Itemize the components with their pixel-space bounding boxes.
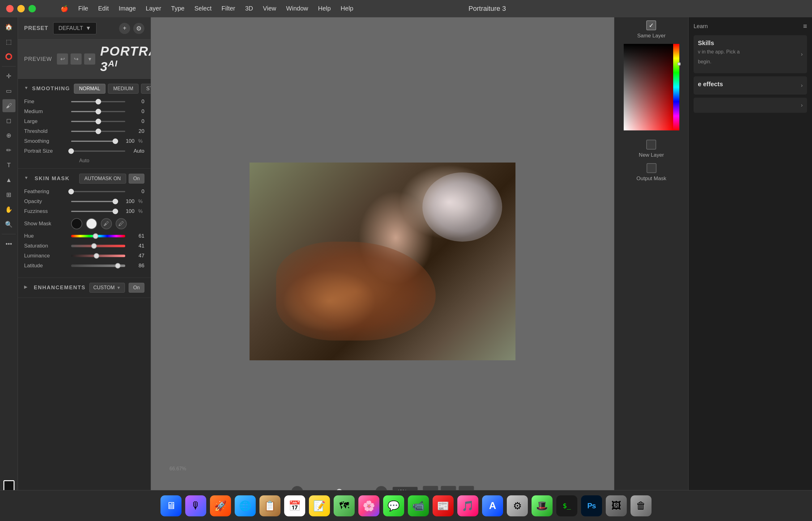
skin-mask-on-badge[interactable]: On [129,174,145,184]
medium-slider[interactable] [71,111,125,112]
dock-photo-thumb[interactable]: 🖼 [605,494,628,517]
dock-photoshop[interactable]: Ps [580,494,603,517]
dock-photos[interactable]: 🌸 [357,494,380,517]
maximize-button[interactable] [28,5,36,13]
output-mask-checkbox[interactable] [646,163,656,173]
fine-slider[interactable] [71,101,125,102]
eraser-tool[interactable]: ◻ [2,114,16,127]
enhancements-toggle[interactable]: ▶ [24,284,30,291]
smoothing-slider[interactable] [71,141,115,142]
pen-tool[interactable]: ✏ [2,144,16,157]
dock-messages[interactable]: 💬 [382,494,405,517]
menu-select[interactable]: Filter [221,5,235,13]
lasso-tool[interactable]: ⭕ [2,50,16,63]
menu-type[interactable]: Select [195,5,212,13]
feathering-slider[interactable] [71,191,125,192]
select-tool[interactable]: ⬚ [2,35,16,48]
dock-calendar[interactable]: 📅 [283,494,306,517]
home-tool[interactable]: 🏠 [2,20,16,33]
mask-eyedrop-plus-button[interactable]: 🖊 [116,218,127,229]
luminance-slider[interactable] [71,255,125,257]
menu-edit[interactable]: Image [119,5,136,13]
menu-apple[interactable]: 🍎 [61,5,68,13]
menu-file[interactable]: Edit [98,5,109,13]
menu-layer[interactable]: Type [171,5,184,13]
brush-tool[interactable]: 🖌 [2,99,16,112]
portrait-size-slider[interactable] [71,151,125,152]
dock-appstore[interactable]: A [481,494,504,517]
dock-notefile[interactable]: 📋 [259,494,281,517]
automask-button[interactable]: AUTOMASK ON [79,174,126,184]
smoothing-toggle[interactable]: ▼ [24,85,28,92]
clone-tool[interactable]: ⊕ [2,129,16,142]
mask-black-button[interactable] [71,218,82,229]
hand-tool[interactable]: ✋ [2,203,16,216]
hue-slider[interactable] [71,235,125,237]
marquee-tool[interactable]: ▭ [2,84,16,97]
hue-bar-indicator[interactable] [678,63,681,66]
ps-panel-extra-item[interactable]: › [694,98,807,113]
dock-notes[interactable]: 📝 [308,494,331,517]
medium-button[interactable]: MEDIUM [108,84,138,94]
shape-tool[interactable]: ▲ [2,173,16,186]
move-tool[interactable]: ✛ [2,70,16,83]
menu-image[interactable]: Layer [146,5,161,13]
color-picker-area[interactable] [624,44,679,137]
menu-view[interactable]: Window [286,5,308,13]
dock-maps[interactable]: 🗺 [333,494,356,517]
latitude-slider[interactable] [71,265,125,267]
dock-siri[interactable]: 🎙 [184,494,207,517]
dock-robinhoodie[interactable]: 🎩 [531,494,553,517]
menu-window[interactable]: Help [318,5,331,13]
zoom-status: 66.67% [170,466,186,472]
skin-mask-toggle[interactable]: ▼ [24,175,31,182]
same-layer-checkbox[interactable]: ✓ [646,20,656,30]
threshold-slider[interactable] [71,131,125,132]
dock-safari[interactable]: 🌐 [234,494,257,517]
color-gradient-square[interactable] [624,44,673,130]
crop-tool[interactable]: ⊞ [2,188,16,201]
enhancements-on-badge[interactable]: On [129,283,145,293]
dock-trash[interactable]: 🗑 [630,494,653,517]
color-hue-bar[interactable] [673,44,679,130]
foreground-color[interactable] [3,480,15,491]
menu-filter[interactable]: 3D [245,5,253,13]
text-tool[interactable]: T [2,159,16,172]
zoom-tool[interactable]: 🔍 [2,218,16,231]
mask-eyedrop-button[interactable]: 🖋 [101,218,112,229]
dock-systemprefs[interactable]: ⚙ [506,494,529,517]
preset-select[interactable]: DEFAULT ▼ [53,22,96,34]
panel-icons: + ⚙ [119,23,145,34]
fuzziness-slider[interactable] [71,211,115,212]
mac-menu-bar[interactable]: 🍎 File Edit Image Layer Type Select Filt… [61,5,353,13]
dock-finder[interactable]: 🖥 [159,494,182,517]
close-button[interactable] [6,5,14,13]
nav-dropdown[interactable]: ▾ [84,53,95,65]
dock-news[interactable]: 📰 [432,494,455,517]
mask-white-button[interactable] [86,218,97,229]
undo-button[interactable]: ↩ [57,53,68,65]
minimize-button[interactable] [17,5,25,13]
ps-panel-skills-item[interactable]: Skills v in the app. Pick a begin. › [694,35,807,73]
opacity-slider[interactable] [71,201,115,202]
new-layer-checkbox[interactable] [646,140,656,150]
add-preset-button[interactable]: + [119,23,130,34]
menu-help[interactable]: Help [341,5,353,13]
menu-photoshop[interactable]: File [78,5,88,13]
dock-terminal[interactable]: $_ [555,494,578,517]
mac-window-controls[interactable] [6,5,36,13]
redo-button[interactable]: ↪ [70,53,82,65]
normal-button[interactable]: NORMAL [74,84,106,94]
ps-panel-expand-icon[interactable]: ≡ [803,22,807,30]
dock-facetime[interactable]: 📹 [407,494,430,517]
more-tools[interactable]: ••• [2,237,16,250]
dock-rocket[interactable]: 🚀 [209,494,232,517]
dock-music[interactable]: 🎵 [456,494,479,517]
ps-panel-effects-item[interactable]: e effects › [694,76,807,95]
large-slider[interactable] [71,121,125,122]
strong-button[interactable]: STRONG [141,84,151,94]
saturation-slider[interactable] [71,245,125,247]
settings-button[interactable]: ⚙ [133,23,145,34]
custom-dropdown[interactable]: CUSTOM ▼ [89,283,125,293]
menu-3d[interactable]: View [263,5,276,13]
